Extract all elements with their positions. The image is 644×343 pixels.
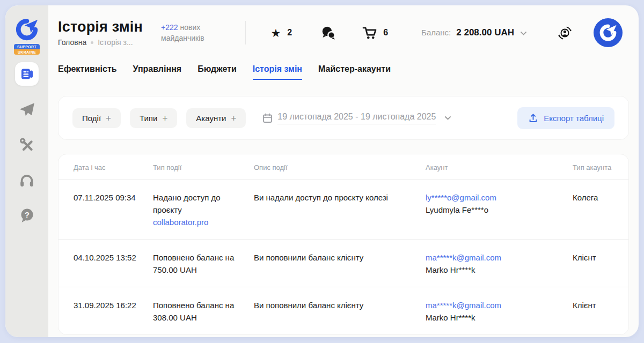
col-header-event-type: Тип події: [153, 163, 254, 172]
main-area: Історія змін Головна Історія з... +222 н…: [48, 5, 639, 337]
tab-management[interactable]: Управління: [133, 64, 182, 80]
new-platforms-promo[interactable]: +222 нових майданчиків: [161, 22, 225, 43]
sidebar-item-help[interactable]: ?: [15, 204, 39, 227]
date-range-picker[interactable]: 19 листопада 2025 - 19 листопада 2025: [262, 112, 451, 124]
tab-effectiveness[interactable]: Ефективність: [58, 64, 117, 80]
star-icon: ★: [270, 27, 281, 39]
cell-description: Ви поповнили баланс клієнту: [254, 299, 426, 324]
breadcrumb: Головна Історія з...: [58, 38, 161, 47]
collaborator-logo-icon: [16, 18, 38, 41]
tab-budgets[interactable]: Бюджети: [197, 64, 237, 80]
sidebar-item-telegram[interactable]: [15, 98, 39, 121]
sidebar-nav: ?: [15, 62, 39, 239]
breadcrumb-separator: [91, 41, 93, 44]
sidebar-item-news[interactable]: [15, 62, 39, 86]
export-label: Експорт таблиці: [544, 114, 604, 123]
sidebar: SUPPORT UKRAINE: [5, 5, 48, 337]
cell-event-type: Поповнено баланс на 750.00 UAH: [153, 251, 254, 276]
account-avatar[interactable]: [594, 18, 623, 47]
breadcrumb-home[interactable]: Головна: [58, 38, 86, 47]
account-name: Lyudmyla Fe****o: [426, 205, 488, 214]
tab-change-history[interactable]: Історія змін: [253, 64, 302, 80]
filter-chip-events[interactable]: Події +: [72, 108, 121, 128]
table-row: 04.10.2025 13:52 Поповнено баланс на 750…: [58, 239, 628, 287]
cart-count: 6: [383, 28, 388, 38]
news-icon: [19, 66, 34, 81]
cell-account-type: Колега: [573, 191, 628, 228]
plus-icon: +: [162, 114, 167, 123]
col-header-description: Опис події: [254, 163, 426, 172]
cell-description: Ви надали доступ до проєкту колезі: [254, 191, 426, 228]
account-email-link[interactable]: ma*****k@gmail.com: [426, 301, 501, 310]
promo-text-2: майданчиків: [161, 34, 204, 42]
chevron-down-icon: [521, 32, 526, 35]
filter-chip-accounts[interactable]: Акаунти +: [186, 108, 246, 128]
sidebar-item-support[interactable]: [15, 168, 39, 192]
export-table-button[interactable]: Експорт таблиці: [517, 107, 614, 129]
balance-dropdown[interactable]: Баланс: 2 208.00 UAH: [421, 27, 526, 38]
topbar-divider: [245, 21, 246, 44]
cart-button[interactable]: 6: [362, 26, 388, 40]
messages-button[interactable]: [321, 26, 335, 40]
cell-datetime: 07.11.2025 09:34: [74, 191, 153, 228]
favorites-count: 2: [287, 28, 292, 38]
col-header-account: Акаунт: [426, 163, 573, 172]
balance-value: 2 208.00 UAH: [456, 27, 514, 38]
history-table: Дата і час Тип події Опис події Акаунт Т…: [58, 154, 629, 335]
cell-datetime: 31.09.2025 16:22: [74, 299, 153, 324]
filter-chip-types[interactable]: Типи +: [130, 108, 177, 128]
plus-icon: +: [231, 114, 236, 123]
cell-account-type: Клієнт: [573, 251, 628, 276]
tools-icon: [19, 137, 35, 153]
cell-description: Ви поповнили баланс клієнту: [254, 251, 426, 276]
cell-account: ma*****k@gmail.com Marko Hr****k: [426, 299, 573, 324]
breadcrumb-current: Історія з...: [98, 38, 133, 47]
chat-icon: [321, 26, 335, 40]
account-email-link[interactable]: ma*****k@gmail.com: [426, 253, 501, 262]
chip-label: Події: [82, 114, 101, 123]
project-link[interactable]: collaborator.pro: [153, 218, 208, 227]
table-row: 31.09.2025 16:22 Поповнено баланс на 308…: [58, 287, 628, 334]
help-icon: ?: [19, 207, 35, 223]
chip-label: Акаунти: [196, 114, 226, 123]
sidebar-item-tools[interactable]: [15, 133, 39, 156]
date-range-value: 19 листопада 2025 - 19 листопада 2025: [277, 112, 436, 124]
account-name: Marko Hr****k: [426, 265, 475, 274]
balance-label: Баланс:: [421, 28, 451, 37]
switch-account-button[interactable]: [558, 26, 572, 40]
calendar-icon: [262, 113, 273, 123]
cell-event-type: Надано доступ до проєкту collaborator.pr…: [153, 191, 254, 228]
topbar: Історія змін Головна Історія з... +222 н…: [48, 5, 639, 60]
chevron-down-icon: [445, 116, 451, 120]
chip-label: Типи: [140, 114, 157, 123]
cell-account-type: Клієнт: [573, 299, 628, 324]
support-ukraine-badge: SUPPORT UKRAINE: [14, 44, 40, 55]
event-type-text: Надано доступ до проєкту: [153, 193, 221, 214]
table-row: 07.11.2025 09:34 Надано доступ до проєкт…: [58, 179, 628, 239]
account-email-link[interactable]: ly*****o@gmail.com: [426, 193, 496, 202]
user-sync-icon: [558, 26, 572, 40]
filter-bar: Події + Типи + Акаунти +: [58, 96, 629, 140]
plus-icon: +: [106, 114, 111, 123]
app-window: SUPPORT UKRAINE: [5, 5, 639, 337]
tab-master-accounts[interactable]: Майстер-акаунти: [318, 64, 391, 80]
cell-datetime: 04.10.2025 13:52: [74, 251, 153, 276]
svg-text:?: ?: [25, 211, 30, 219]
favorites-button[interactable]: ★ 2: [270, 27, 292, 39]
promo-text-1: нових: [180, 23, 200, 32]
page-title: Історія змін: [58, 19, 161, 35]
headphones-icon: [19, 172, 35, 188]
cell-account: ma*****k@gmail.com Marko Hr****k: [426, 251, 573, 276]
event-type-text: Поповнено баланс на 750.00 UAH: [153, 253, 234, 274]
event-type-text: Поповнено баланс на 308.00 UAH: [153, 301, 234, 322]
cell-account: ly*****o@gmail.com Lyudmyla Fe****o: [426, 191, 573, 228]
telegram-icon: [18, 101, 35, 118]
section-tabs: Ефективність Управління Бюджети Історія …: [48, 60, 639, 80]
table-header-row: Дата і час Тип події Опис події Акаунт Т…: [58, 154, 628, 179]
cell-event-type: Поповнено баланс на 308.00 UAH: [153, 299, 254, 324]
account-name: Marko Hr****k: [426, 313, 475, 322]
collaborator-avatar-icon: [599, 24, 617, 42]
col-header-datetime: Дата і час: [74, 163, 153, 172]
app-logo[interactable]: SUPPORT UKRAINE: [14, 5, 40, 55]
promo-count: +222: [161, 23, 178, 32]
